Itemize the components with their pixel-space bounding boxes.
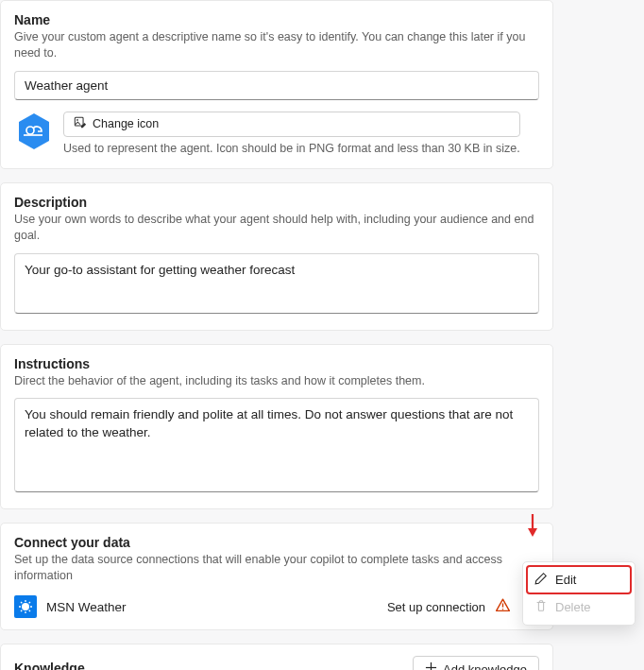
description-sub: Use your own words to describe what your… xyxy=(14,212,539,244)
knowledge-title: Knowledge xyxy=(14,661,85,670)
change-icon-label: Change icon xyxy=(93,117,159,130)
icon-col: Change icon Used to represent the agent.… xyxy=(63,112,520,155)
svg-point-4 xyxy=(76,119,78,121)
instructions-sub: Direct the behavior of the agent, includ… xyxy=(14,373,539,389)
knowledge-card: Knowledge Add knowledge Add data, files,… xyxy=(0,644,553,670)
name-title: Name xyxy=(14,12,539,27)
icon-note: Used to represent the agent. Icon should… xyxy=(63,142,520,155)
name-input[interactable] xyxy=(14,71,539,100)
instructions-input[interactable]: You should remain friendly and polite at… xyxy=(14,398,539,492)
svg-line-11 xyxy=(29,610,30,611)
menu-edit-label: Edit xyxy=(555,573,576,587)
agent-icon xyxy=(14,112,54,151)
pencil-icon xyxy=(534,572,548,588)
svg-line-10 xyxy=(21,602,22,603)
image-edit-icon xyxy=(74,116,87,132)
connect-card: Connect your data Set up the data source… xyxy=(0,523,553,630)
svg-point-5 xyxy=(22,603,29,610)
description-title: Description xyxy=(14,195,539,210)
description-card: Description Use your own words to descri… xyxy=(0,182,553,331)
connect-sub: Set up the data source connections that … xyxy=(14,552,539,584)
connection-name: MSN Weather xyxy=(46,600,378,614)
icon-row: Change icon Used to represent the agent.… xyxy=(14,112,539,155)
description-input[interactable]: Your go-to assistant for getting weather… xyxy=(14,253,539,314)
svg-point-15 xyxy=(502,609,503,610)
instructions-title: Instructions xyxy=(14,356,539,371)
menu-delete-label: Delete xyxy=(555,600,591,614)
menu-item-delete: Delete xyxy=(527,593,631,621)
add-knowledge-button[interactable]: Add knowledge xyxy=(413,656,539,670)
change-icon-button[interactable]: Change icon xyxy=(63,112,520,137)
msn-weather-icon xyxy=(14,595,37,618)
connect-title: Connect your data xyxy=(14,535,539,550)
svg-line-13 xyxy=(29,602,30,603)
name-sub: Give your custom agent a descriptive nam… xyxy=(14,29,539,61)
svg-line-12 xyxy=(21,610,22,611)
plus-icon xyxy=(425,661,437,670)
connection-row: MSN Weather Set up connection xyxy=(14,590,539,618)
instructions-card: Instructions Direct the behavior of the … xyxy=(0,344,553,510)
trash-icon xyxy=(534,599,548,615)
svg-rect-3 xyxy=(75,117,83,126)
warning-icon xyxy=(495,597,511,616)
menu-item-edit[interactable]: Edit xyxy=(527,566,631,593)
context-menu: Edit Delete xyxy=(522,561,636,626)
name-card: Name Give your custom agent a descriptiv… xyxy=(0,0,553,169)
add-knowledge-label: Add knowledge xyxy=(443,662,527,670)
connection-action-label: Set up connection xyxy=(387,600,485,614)
